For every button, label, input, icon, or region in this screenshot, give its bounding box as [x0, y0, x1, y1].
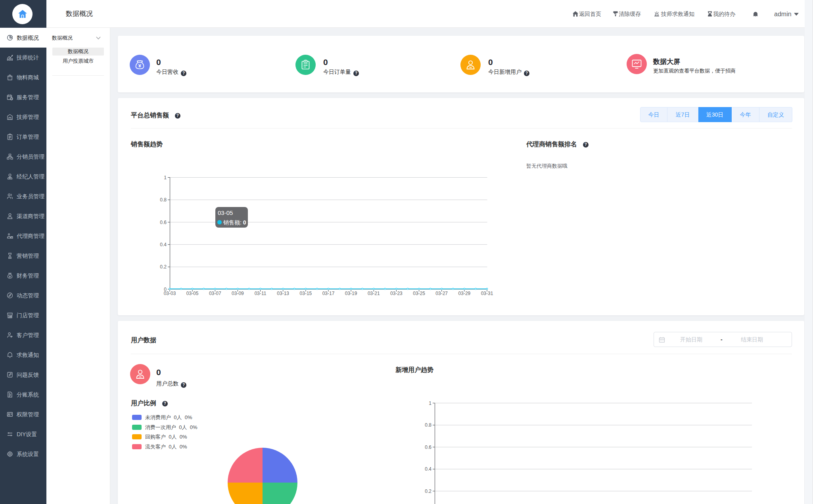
svg-text:0.8: 0.8: [160, 197, 167, 203]
svg-text:03-05: 03-05: [186, 291, 199, 296]
svg-text:0.4: 0.4: [160, 242, 167, 247]
svg-text:03-17: 03-17: [322, 291, 335, 296]
svg-text:0.8: 0.8: [425, 422, 431, 428]
svg-text:1: 1: [429, 401, 431, 406]
svg-text:03-23: 03-23: [390, 291, 403, 296]
svg-text:0.2: 0.2: [425, 489, 431, 494]
svg-text:03-27: 03-27: [435, 291, 448, 296]
svg-text:03-21: 03-21: [368, 291, 380, 296]
svg-text:03-29: 03-29: [458, 291, 471, 296]
svg-text:03-09: 03-09: [232, 291, 244, 296]
svg-text:03-15: 03-15: [300, 291, 312, 296]
svg-text:03-19: 03-19: [345, 291, 357, 296]
svg-text:03-31: 03-31: [481, 291, 493, 296]
svg-text:03-03: 03-03: [164, 291, 176, 296]
svg-text:0.6: 0.6: [425, 445, 431, 450]
svg-text:0.6: 0.6: [160, 220, 167, 225]
svg-text:0.2: 0.2: [160, 264, 167, 270]
svg-text:03-11: 03-11: [255, 291, 267, 296]
svg-text:03-07: 03-07: [209, 291, 221, 296]
svg-text:1: 1: [164, 175, 167, 180]
svg-text:03-13: 03-13: [277, 291, 289, 296]
svg-text:03-25: 03-25: [413, 291, 425, 296]
svg-text:0.4: 0.4: [425, 466, 431, 472]
